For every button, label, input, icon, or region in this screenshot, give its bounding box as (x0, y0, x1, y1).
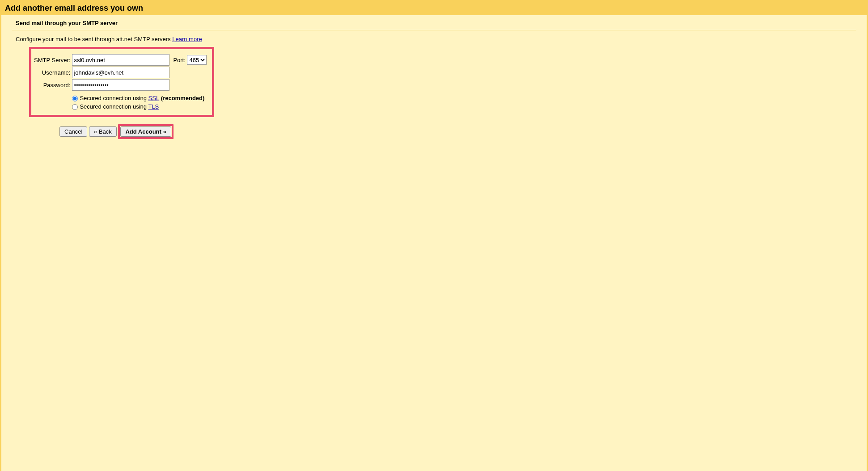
username-input[interactable] (72, 67, 169, 78)
instruction-text-content: Configure your mail to be sent through a… (16, 36, 172, 42)
form-highlight-box: SMTP Server: Port: 465 Username: (29, 47, 214, 117)
tls-link[interactable]: TLS (148, 103, 159, 110)
window-frame: Add another email address you own Send m… (0, 0, 868, 471)
smtp-form-table: SMTP Server: Port: 465 Username: (33, 54, 207, 111)
ssl-recommended-text: (recommended) (159, 95, 204, 101)
tls-radio-row: Secured connection using TLS (72, 102, 207, 111)
port-select[interactable]: 465 (187, 55, 207, 65)
password-input[interactable] (72, 79, 169, 91)
button-row: Cancel « Back Add Account » (1, 124, 867, 139)
tls-text-prefix: Secured connection using (80, 103, 148, 110)
learn-more-link[interactable]: Learn more (172, 36, 202, 42)
divider (12, 30, 856, 30)
ssl-text-prefix: Secured connection using (80, 95, 148, 101)
ssl-radio[interactable] (72, 96, 78, 101)
password-label: Password: (33, 79, 71, 91)
port-label: Port: (173, 57, 185, 63)
username-label: Username: (33, 66, 71, 79)
add-account-button[interactable]: Add Account » (120, 126, 171, 137)
add-account-highlight: Add Account » (118, 124, 173, 139)
smtp-server-input[interactable] (72, 54, 169, 66)
back-button[interactable]: « Back (89, 126, 117, 137)
smtp-server-label: SMTP Server: (33, 54, 71, 66)
tls-radio[interactable] (72, 104, 78, 110)
ssl-radio-row: Secured connection using SSL (recommende… (72, 94, 207, 102)
page-subtitle: Send mail through your SMTP server (1, 15, 867, 30)
main-panel: Send mail through your SMTP server Confi… (1, 15, 867, 471)
window-title: Add another email address you own (1, 1, 867, 15)
cancel-button[interactable]: Cancel (59, 126, 87, 137)
ssl-link[interactable]: SSL (148, 95, 160, 101)
instruction-text: Configure your mail to be sent through a… (1, 36, 867, 47)
